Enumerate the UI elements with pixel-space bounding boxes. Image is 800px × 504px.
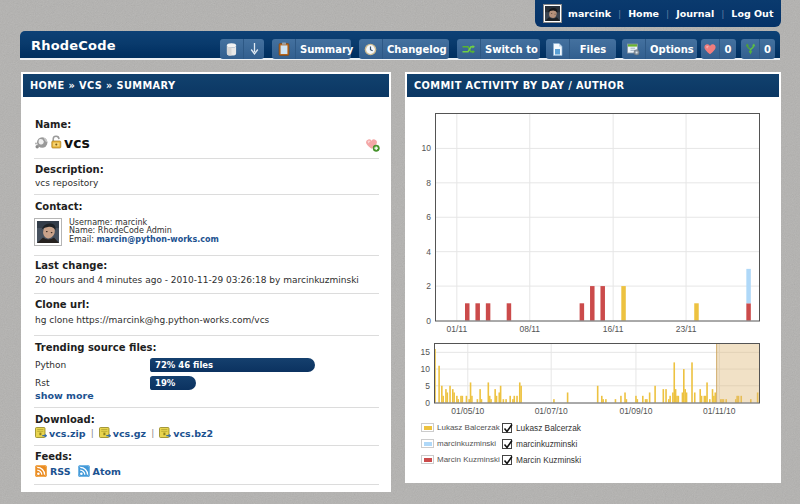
legend-label: marcinkuzminski bbox=[437, 439, 496, 448]
author-checkbox-label: marcinkuzminski bbox=[516, 439, 577, 449]
switch-icon bbox=[457, 39, 481, 59]
nav-files-button[interactable]: Files bbox=[546, 39, 616, 59]
home-link[interactable]: Home bbox=[628, 8, 659, 19]
svg-text:08/11: 08/11 bbox=[519, 324, 540, 334]
divider bbox=[34, 255, 379, 256]
clone-url-label: Clone url: bbox=[35, 299, 90, 311]
svg-text:10: 10 bbox=[422, 143, 432, 153]
atom-icon bbox=[78, 465, 90, 477]
legend-item: marcinkuzminski bbox=[421, 437, 496, 450]
summary-panel: HOME » VCS » SUMMARY Name: vcs Descripti… bbox=[21, 72, 391, 492]
heart-icon bbox=[701, 39, 720, 59]
description-label: Description: bbox=[35, 164, 104, 176]
trending-lang-name: Rst bbox=[35, 378, 49, 389]
contact-email-line: Email: marcin@python-works.com bbox=[69, 236, 219, 244]
download-zip-link[interactable]: vcs.zip bbox=[49, 428, 86, 439]
nav-changelog-label: Changelog bbox=[383, 44, 451, 55]
svg-text:6: 6 bbox=[426, 212, 431, 222]
atom-feed-link[interactable]: Atom bbox=[93, 466, 121, 477]
legend-swatch bbox=[421, 423, 434, 432]
rss-feed-link[interactable]: RSS bbox=[50, 466, 71, 477]
contact-email-prefix: Email: bbox=[69, 235, 96, 244]
forks-counter[interactable]: 0 bbox=[741, 39, 775, 59]
divider bbox=[34, 293, 379, 294]
archive-icon bbox=[159, 427, 171, 439]
username-link[interactable]: marcink bbox=[568, 8, 611, 19]
legend-item: Marcin Kuzminski bbox=[421, 453, 500, 466]
separator: | bbox=[91, 428, 94, 438]
summary-panel-body: Name: vcs Description: vcs repository Co… bbox=[23, 97, 389, 490]
separator: | bbox=[666, 8, 669, 19]
nav-summary-button[interactable]: Summary bbox=[272, 39, 351, 59]
divider bbox=[34, 484, 379, 485]
svg-text:15: 15 bbox=[421, 347, 431, 357]
download-bz2-link[interactable]: vcs.bz2 bbox=[173, 428, 213, 439]
download-gz-link[interactable]: vcs.gz bbox=[113, 428, 146, 439]
svg-text:23/11: 23/11 bbox=[676, 324, 697, 334]
show-more-link[interactable]: show more bbox=[35, 390, 94, 401]
clone-url-text: hg clone https://marcink@hg.python-works… bbox=[35, 315, 269, 326]
commit-activity-panel: COMMIT ACTIVITY BY DAY / AUTHOR 02468100… bbox=[405, 72, 781, 483]
trending-bar: 72% 46 files bbox=[150, 358, 315, 372]
file-icon bbox=[546, 39, 570, 59]
contact-label: Contact: bbox=[35, 201, 83, 213]
name-label: Name: bbox=[35, 119, 71, 131]
archive-icon bbox=[99, 427, 111, 439]
download-links-row: vcs.zip | vcs.gz | vcs.bz2 bbox=[35, 427, 213, 439]
feeds-links-row: RSS Atom bbox=[35, 465, 121, 477]
divider bbox=[34, 407, 379, 408]
svg-text:16/11: 16/11 bbox=[603, 324, 624, 334]
feeds-label: Feeds: bbox=[35, 451, 72, 463]
legend-label: Marcin Kuzminski bbox=[437, 455, 500, 464]
repo-switcher-button[interactable] bbox=[220, 39, 264, 59]
trending-lang-name: Python bbox=[35, 360, 66, 371]
contact-avatar bbox=[35, 219, 61, 245]
nav-switch-to-button[interactable]: Switch to bbox=[457, 39, 540, 59]
separator: | bbox=[721, 8, 724, 19]
author-checkbox[interactable] bbox=[502, 439, 512, 449]
commit-activity-title: COMMIT ACTIVITY BY DAY / AUTHOR bbox=[407, 74, 779, 97]
contact-email-link[interactable]: marcin@python-works.com bbox=[96, 235, 218, 244]
archive-icon bbox=[35, 427, 47, 439]
divider bbox=[34, 445, 379, 446]
logout-link[interactable]: Log Out bbox=[731, 8, 773, 19]
nav-changelog-button[interactable]: Changelog bbox=[359, 39, 449, 59]
svg-text:0: 0 bbox=[426, 316, 431, 326]
dropdown-arrow-icon bbox=[244, 39, 264, 59]
settings-icon bbox=[622, 39, 646, 59]
database-icon bbox=[220, 39, 244, 59]
clipboard-icon bbox=[272, 39, 296, 59]
author-checkbox-label: Marcin Kuzminski bbox=[516, 455, 581, 465]
author-checkbox[interactable] bbox=[502, 455, 512, 465]
divider bbox=[34, 158, 379, 159]
divider bbox=[34, 335, 379, 336]
author-checkbox[interactable] bbox=[502, 423, 512, 433]
author-filter: Lukasz Balcerzak bbox=[502, 421, 581, 434]
forks-count: 0 bbox=[760, 39, 775, 59]
svg-text:01/11: 01/11 bbox=[447, 324, 468, 334]
followers-counter[interactable]: 0 bbox=[701, 39, 736, 59]
mercurial-icon bbox=[34, 135, 49, 150]
unlock-icon bbox=[50, 135, 63, 149]
contact-info: Username: marcink Name: RhodeCode Admin … bbox=[69, 219, 219, 244]
svg-text:10: 10 bbox=[421, 364, 431, 374]
description-text: vcs repository bbox=[35, 178, 98, 189]
author-checkbox-label: Lukasz Balcerzak bbox=[516, 423, 581, 433]
followers-count: 0 bbox=[720, 39, 736, 59]
journal-link[interactable]: Journal bbox=[676, 8, 714, 19]
repo-name: vcs bbox=[64, 135, 90, 151]
follow-heart-icon[interactable] bbox=[365, 137, 380, 152]
separator: | bbox=[151, 428, 154, 438]
app-logo[interactable]: RhodeCode bbox=[31, 31, 116, 60]
user-menu-bar: marcink | Home | Journal | Log Out bbox=[535, 0, 781, 27]
trending-bar: 19% bbox=[150, 376, 196, 390]
last-change-text: 20 hours and 4 minutes ago - 2010-11-29 … bbox=[35, 275, 359, 286]
svg-text:01/07/10: 01/07/10 bbox=[535, 406, 568, 416]
legend-label: Lukasz Balcerzak bbox=[437, 423, 500, 432]
legend-swatch bbox=[421, 439, 434, 448]
nav-options-button[interactable]: Options bbox=[622, 39, 697, 59]
divider bbox=[34, 194, 379, 195]
svg-text:01/05/10: 01/05/10 bbox=[451, 406, 484, 416]
legend-item: Lukasz Balcerzak bbox=[421, 421, 500, 434]
legend-swatch-color bbox=[424, 426, 432, 430]
